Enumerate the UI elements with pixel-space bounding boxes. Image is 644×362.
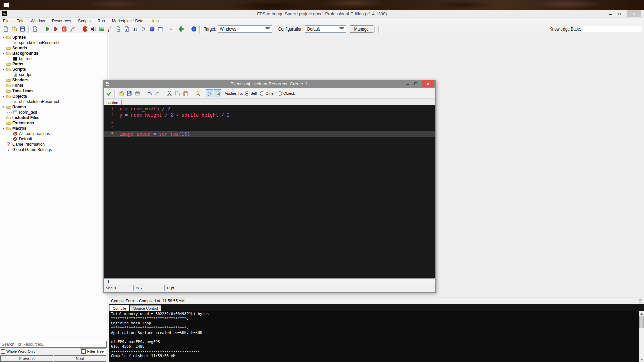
windows-logo-icon[interactable] [3, 2, 10, 8]
previous-button[interactable]: Previous [0, 355, 53, 362]
new-project-button[interactable] [2, 25, 10, 33]
save-project-button[interactable] [19, 25, 26, 33]
run-button[interactable] [44, 25, 51, 33]
tree-item-included-files[interactable]: Included Files [0, 115, 107, 120]
manage-button[interactable]: Manage [350, 25, 373, 33]
panel-menu-icon[interactable] [638, 299, 643, 303]
scrollbar-thumb[interactable] [639, 316, 644, 328]
tree-item-fonts[interactable]: Fonts [0, 83, 107, 88]
tree-item-shaders[interactable]: Shaders [0, 77, 107, 83]
run-debug-button[interactable] [52, 25, 60, 33]
create-executable-button[interactable]: 101 [31, 25, 39, 33]
minimize-button[interactable] [606, 11, 615, 17]
create-script-button[interactable] [115, 25, 122, 33]
create-font-button[interactable]: Tr [131, 25, 139, 33]
tree-item-global-game-settings[interactable]: iGlobal Game Settings [0, 147, 107, 153]
tab-source-control[interactable]: Source Control [130, 305, 161, 311]
stop-button[interactable] [60, 25, 68, 33]
redo-button[interactable] [154, 89, 161, 97]
create-shader-button[interactable]: S [123, 25, 131, 33]
editor-title-bar[interactable]: Event: obj_skeletonResurrect_Create_1 [104, 80, 435, 88]
maximize-button[interactable] [615, 11, 624, 17]
tree-item-sprites[interactable]: Sprites [0, 35, 107, 40]
menu-edit[interactable]: Edit [16, 19, 23, 23]
configuration-select[interactable]: Default [305, 25, 346, 33]
tree-item-scripts[interactable]: Scripts [0, 67, 107, 72]
clean-cache-button[interactable] [69, 25, 76, 33]
editor-maximize-button[interactable] [412, 81, 420, 87]
cut-icon [167, 90, 172, 96]
cut-button[interactable] [166, 89, 173, 97]
tree-item-macros[interactable]: Macros [0, 126, 107, 131]
menu-scripts[interactable]: Scripts [78, 19, 91, 23]
help-button[interactable]: ? [190, 25, 198, 33]
create-sprite-button[interactable] [81, 25, 89, 33]
expand-arrow-icon[interactable] [2, 68, 5, 71]
find-button[interactable] [194, 89, 201, 97]
tree-item-room-test[interactable]: room_test [0, 110, 107, 115]
menu-file[interactable]: File [3, 19, 9, 23]
tree-item-backgrounds[interactable]: Backgrounds [0, 51, 107, 56]
expand-arrow-icon[interactable] [2, 105, 5, 109]
save-file-button[interactable] [125, 89, 133, 97]
expand-arrow-icon[interactable] [2, 127, 5, 130]
tree-item-time-lines[interactable]: Time Lines [0, 88, 107, 94]
expand-arrow-icon[interactable] [2, 95, 5, 98]
scroll-up-icon[interactable] [640, 313, 643, 315]
knowledge-base-input[interactable] [583, 26, 642, 32]
paste-button[interactable] [182, 89, 189, 97]
tree-item-sounds[interactable]: Sounds [0, 45, 107, 51]
copy-button[interactable] [174, 89, 181, 97]
create-path-button[interactable] [106, 25, 114, 33]
create-background-button[interactable] [98, 25, 106, 33]
code-editor[interactable]: 1x = room_width / 22y = room_height / 2 … [104, 105, 435, 278]
tree-item-scr-fps[interactable]: scr_fps [0, 72, 107, 77]
tree-item-default[interactable]: CDefault [0, 136, 107, 142]
tree-item-objects[interactable]: Objects [0, 94, 107, 99]
menu-window[interactable]: Window [31, 19, 45, 23]
tab-action[interactable]: action [105, 100, 122, 105]
menu-marketplace-beta[interactable]: Marketplace Beta [112, 19, 143, 23]
expand-arrow-icon[interactable] [2, 52, 5, 55]
menu-run[interactable]: Run [98, 19, 105, 23]
ok-check-button[interactable] [105, 89, 113, 97]
tree-item-spr-skeletonresurrect[interactable]: spr_skeletonResurrect [0, 40, 107, 45]
create-object-button[interactable] [148, 25, 156, 33]
applies-to-other-radio[interactable]: Other [260, 91, 275, 96]
game-information-button[interactable] [169, 25, 177, 33]
filter-tree-checkbox[interactable]: Filter Tree [80, 348, 106, 354]
tree-item-obj-skeletonresurrect[interactable]: obj_skeletonResurrect [0, 99, 107, 104]
print-button[interactable] [133, 89, 141, 97]
applies-to-self-radio[interactable]: Self [245, 91, 257, 96]
target-select[interactable]: Windows [218, 25, 272, 33]
tree-item-paths[interactable]: Paths [0, 61, 107, 67]
menu-resources[interactable]: Resources [52, 19, 71, 23]
goto-code-button[interactable] [214, 89, 221, 97]
open-project-button[interactable] [10, 25, 18, 33]
create-sound-button[interactable] [90, 25, 97, 33]
next-button[interactable]: Next [54, 355, 106, 362]
add-extension-button[interactable] [177, 25, 185, 33]
editor-minimize-button[interactable] [404, 81, 412, 87]
output-scrollbar[interactable] [639, 311, 644, 362]
tab-compile[interactable]: Compile [109, 305, 129, 311]
main-title-bar[interactable]: o, FPS to Image Speed.project.gmx - Prof… [0, 10, 644, 18]
editor-close-button[interactable] [422, 80, 434, 87]
close-button[interactable] [627, 10, 641, 17]
create-timeline-button[interactable] [140, 25, 148, 33]
scroll-down-icon[interactable] [640, 359, 643, 361]
create-room-button[interactable] [157, 25, 164, 33]
whole-word-only-checkbox[interactable]: Whole Word Only [1, 349, 35, 354]
tree-item-rooms[interactable]: Rooms [0, 104, 107, 110]
tree-item-all-configurations[interactable]: CAll configurations [0, 131, 107, 136]
search-resources-input[interactable] [0, 341, 107, 348]
open-file-button[interactable] [117, 89, 125, 97]
undo-button[interactable] [146, 89, 153, 97]
tree-item-extensions[interactable]: Extensions [0, 120, 107, 126]
toggle-line-numbers-button[interactable]: 10 [206, 89, 213, 97]
expand-arrow-icon[interactable] [2, 36, 5, 39]
tree-item-game-information[interactable]: Game Information [0, 142, 107, 147]
tree-item-bg-test[interactable]: bg_test [0, 56, 107, 61]
menu-help[interactable]: Help [150, 19, 159, 23]
applies-to-object-radio[interactable]: Object: [278, 91, 295, 96]
